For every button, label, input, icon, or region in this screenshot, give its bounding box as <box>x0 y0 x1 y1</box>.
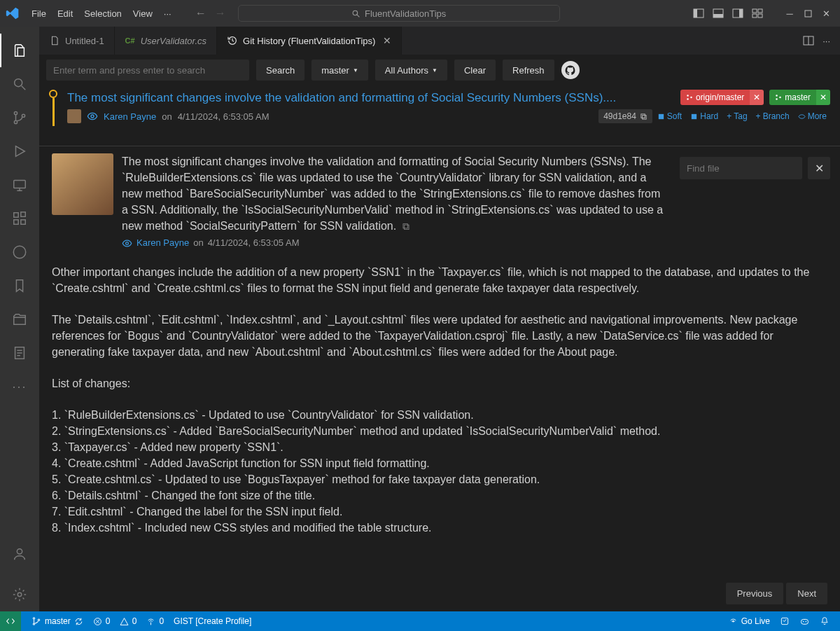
activity-search[interactable] <box>0 67 39 101</box>
author-select[interactable]: All Authors▼ <box>375 60 447 81</box>
file-icon <box>49 35 60 46</box>
activity-project-manager[interactable] <box>0 303 39 336</box>
menu-edit[interactable]: Edit <box>52 6 78 22</box>
activity-extensions[interactable] <box>0 202 39 235</box>
close-icon[interactable]: ✕ <box>383 35 391 46</box>
action-more[interactable]: More <box>794 111 830 121</box>
menu-selection[interactable]: Selection <box>79 6 126 22</box>
status-ports[interactable]: 0 <box>141 616 169 626</box>
action-branch[interactable]: + Branch <box>752 111 793 121</box>
menu-view[interactable]: View <box>128 6 158 22</box>
refresh-button[interactable]: Refresh <box>503 60 554 81</box>
nav-forward[interactable]: → <box>213 7 228 20</box>
reset-soft[interactable]: Soft <box>654 111 685 121</box>
github-link-icon[interactable] <box>561 61 580 79</box>
activity-github[interactable] <box>0 235 39 269</box>
commit-hash[interactable]: 49d1e84 <box>598 109 652 123</box>
svg-point-28 <box>17 549 22 554</box>
pager-next[interactable]: Next <box>786 583 827 604</box>
svg-rect-20 <box>14 220 18 224</box>
svg-point-38 <box>780 97 782 99</box>
activity-bar: ··· <box>0 27 39 611</box>
split-editor-icon[interactable] <box>803 35 814 46</box>
ref-origin-master[interactable]: origin/master ✕ <box>680 90 764 105</box>
commit-list-item[interactable]: The most significant changes involve the… <box>39 85 840 141</box>
author-name[interactable]: Karen Payne <box>136 237 189 250</box>
activity-bookmarks[interactable] <box>0 269 39 303</box>
svg-point-15 <box>14 111 17 114</box>
activity-accounts[interactable] <box>0 537 39 571</box>
warning-icon <box>120 617 129 626</box>
title-bar: File Edit Selection View ··· ← → FluentV… <box>0 0 840 27</box>
status-bar: master 0 0 0 GIST [Create Profile] Go Li… <box>0 611 840 631</box>
status-notifications[interactable] <box>815 616 834 626</box>
action-tag[interactable]: + Tag <box>723 111 750 121</box>
activity-remote-explorer[interactable] <box>0 168 39 202</box>
remote-indicator[interactable] <box>0 611 21 631</box>
svg-point-33 <box>687 95 689 97</box>
nav-back[interactable]: ← <box>193 7 209 20</box>
window-minimize[interactable]: ─ <box>781 5 798 22</box>
menu-file[interactable]: File <box>27 6 51 22</box>
reset-hard[interactable]: Hard <box>687 111 722 121</box>
eye-icon <box>87 111 98 122</box>
commit-detail: The most significant changes involve the… <box>39 146 840 611</box>
tab-label: Untitled-1 <box>65 36 104 46</box>
status-golive[interactable]: Go Live <box>724 616 775 626</box>
activity-docs[interactable] <box>0 336 39 370</box>
svg-rect-21 <box>21 220 25 224</box>
search-button[interactable]: Search <box>256 60 304 81</box>
activity-debug[interactable] <box>0 134 39 168</box>
layout-bottom-icon[interactable] <box>710 5 727 22</box>
tab-uservalidator[interactable]: C# UserValidator.cs <box>115 27 217 55</box>
pager-previous[interactable]: Previous <box>726 583 784 604</box>
svg-point-0 <box>353 11 358 15</box>
status-gist[interactable]: GIST [Create Profile] <box>169 616 256 626</box>
find-file-close[interactable]: ✕ <box>808 157 830 179</box>
window-maximize[interactable] <box>799 5 816 22</box>
commit-date: 4/11/2024, 6:53:05 AM <box>208 237 300 250</box>
commit-body-para: The `Details.cshtml`, `Edit.cshtml`, `In… <box>52 312 813 360</box>
svg-point-35 <box>690 97 692 99</box>
svg-rect-39 <box>643 115 647 119</box>
svg-point-45 <box>33 623 34 625</box>
ref-delete[interactable]: ✕ <box>816 90 830 105</box>
vscode-logo-icon <box>6 6 20 20</box>
activity-scm[interactable] <box>0 101 39 134</box>
activity-explorer[interactable] <box>0 34 39 67</box>
svg-point-51 <box>803 620 804 622</box>
clear-button[interactable]: Clear <box>454 60 496 81</box>
history-search-input[interactable] <box>46 60 249 81</box>
activity-more[interactable]: ··· <box>0 370 39 403</box>
svg-rect-41 <box>659 113 664 118</box>
ref-master[interactable]: master ✕ <box>769 90 830 105</box>
svg-rect-42 <box>692 113 696 118</box>
layout-customize-icon[interactable] <box>749 5 766 22</box>
svg-rect-8 <box>752 9 757 13</box>
svg-point-32 <box>91 115 94 118</box>
layout-right-icon[interactable] <box>729 5 746 22</box>
search-icon <box>351 9 360 18</box>
copy-icon[interactable]: ⧉ <box>400 221 410 232</box>
find-file-input[interactable] <box>680 157 802 179</box>
activity-settings[interactable] <box>0 578 39 611</box>
window-close[interactable]: ✕ <box>818 5 834 22</box>
antenna-icon <box>146 617 155 626</box>
sync-icon <box>74 617 83 626</box>
tab-untitled[interactable]: Untitled-1 <box>39 27 115 55</box>
menu-overflow[interactable]: ··· <box>159 6 176 22</box>
author-name[interactable]: Karen Payne <box>104 111 156 122</box>
ref-delete[interactable]: ✕ <box>750 90 764 105</box>
status-copilot[interactable] <box>794 616 815 627</box>
status-branch[interactable]: master <box>27 616 88 626</box>
change-list-item: 4. `Create.cshtml` - Added JavaScript fu… <box>52 455 813 471</box>
svg-point-46 <box>38 619 39 620</box>
command-center[interactable]: FluentValidationTips <box>238 5 560 22</box>
tab-label: UserValidator.cs <box>141 36 206 46</box>
branch-select[interactable]: master▼ <box>312 60 368 81</box>
tab-overflow[interactable]: ··· <box>822 36 830 46</box>
status-problems[interactable]: 0 0 <box>88 616 142 626</box>
layout-left-icon[interactable] <box>690 5 707 22</box>
status-misc1[interactable] <box>775 616 794 626</box>
tab-git-history[interactable]: Git History (FluentValidationTips) ✕ <box>217 27 402 55</box>
